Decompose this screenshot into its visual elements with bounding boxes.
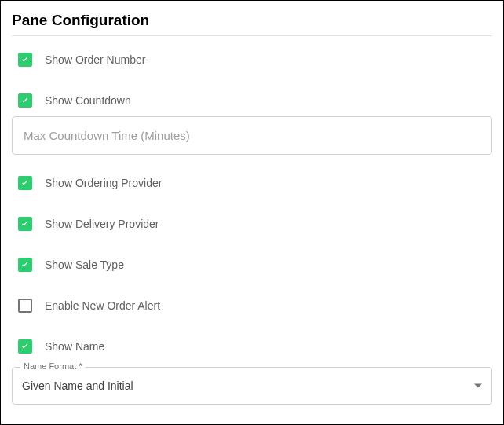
page-title: Pane Configuration [12,12,492,29]
max-countdown-time-input[interactable] [22,128,482,143]
show-ordering-provider-checkbox[interactable]: Show Ordering Provider [12,170,492,196]
pane-configuration-panel: Pane Configuration Show Order Number Sho… [0,0,504,425]
checkbox-label: Show Name [45,340,104,353]
checkbox-checked-icon [18,217,32,231]
checkbox-checked-icon [18,53,32,67]
checkbox-checked-icon [18,176,32,190]
checkbox-label: Show Order Number [45,53,145,66]
max-countdown-time-field[interactable] [12,116,492,155]
enable-new-order-alert-checkbox[interactable]: Enable New Order Alert [12,293,492,318]
checkbox-checked-icon [18,93,32,108]
checkbox-label: Enable New Order Alert [45,299,160,312]
checkbox-checked-icon [18,339,32,354]
divider [12,35,492,36]
checkbox-checked-icon [18,258,32,272]
select-floating-label: Name Format * [20,361,86,371]
show-order-number-checkbox[interactable]: Show Order Number [12,47,492,72]
checkbox-label: Show Ordering Provider [45,177,162,189]
show-countdown-checkbox[interactable]: Show Countdown [12,88,492,113]
checkbox-label: Show Countdown [45,94,131,107]
chevron-down-icon [474,384,482,388]
show-sale-type-checkbox[interactable]: Show Sale Type [12,252,492,277]
checkbox-unchecked-icon [18,299,32,313]
select-value: Given Name and Initial [22,379,133,392]
show-delivery-provider-checkbox[interactable]: Show Delivery Provider [12,211,492,236]
checkbox-label: Show Delivery Provider [45,218,159,230]
checkbox-label: Show Sale Type [45,258,124,271]
name-format-select[interactable]: Name Format * Given Name and Initial [12,367,492,405]
show-name-checkbox[interactable]: Show Name [12,334,492,359]
